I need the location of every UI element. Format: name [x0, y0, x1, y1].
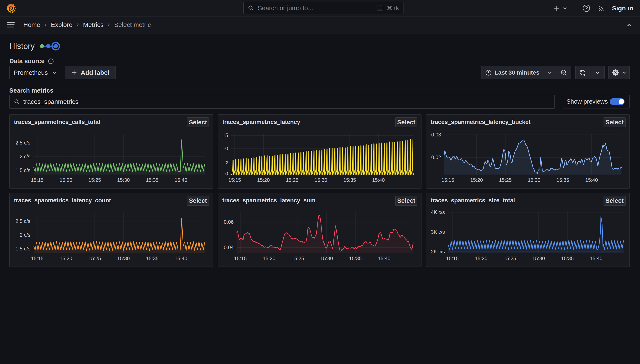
svg-text:15: 15: [222, 132, 228, 138]
svg-text:2.5 c/s: 2.5 c/s: [16, 218, 30, 224]
svg-text:15:15: 15:15: [31, 177, 44, 183]
svg-text:15:15: 15:15: [442, 177, 454, 183]
svg-text:15:35: 15:35: [343, 177, 356, 183]
svg-text:0.04: 0.04: [224, 244, 234, 250]
svg-text:15:15: 15:15: [446, 256, 459, 261]
svg-text:10: 10: [222, 146, 228, 151]
svg-text:15:40: 15:40: [174, 256, 187, 261]
svg-text:15:35: 15:35: [556, 177, 569, 183]
svg-text:15:35: 15:35: [561, 256, 574, 261]
svg-text:1.5 c/s: 1.5 c/s: [16, 168, 30, 173]
svg-text:0.06: 0.06: [224, 219, 234, 225]
svg-text:15:20: 15:20: [475, 256, 488, 261]
svg-text:15:20: 15:20: [257, 177, 270, 183]
svg-text:5: 5: [225, 159, 228, 165]
svg-text:15:25: 15:25: [504, 256, 516, 261]
svg-text:15:40: 15:40: [585, 177, 598, 183]
svg-text:15:40: 15:40: [174, 177, 187, 183]
svg-text:15:20: 15:20: [60, 177, 72, 183]
svg-text:2 c/s: 2 c/s: [20, 232, 30, 238]
svg-text:2 c/s: 2 c/s: [20, 154, 30, 159]
svg-text:15:25: 15:25: [292, 256, 304, 261]
svg-text:15:30: 15:30: [528, 177, 540, 183]
svg-text:15:40: 15:40: [372, 177, 385, 183]
svg-text:15:15: 15:15: [234, 256, 247, 261]
svg-text:15:30: 15:30: [117, 256, 130, 261]
svg-text:15:25: 15:25: [499, 177, 512, 183]
svg-text:2K c/s: 2K c/s: [431, 249, 445, 254]
svg-text:0.03: 0.03: [431, 132, 441, 138]
svg-text:0: 0: [225, 171, 228, 176]
svg-text:15:15: 15:15: [31, 256, 44, 261]
svg-text:15:20: 15:20: [470, 177, 483, 183]
svg-text:15:30: 15:30: [532, 256, 545, 261]
svg-text:15:35: 15:35: [349, 256, 362, 261]
svg-text:15:25: 15:25: [88, 256, 101, 261]
svg-text:15:40: 15:40: [590, 256, 602, 261]
svg-text:1.5 c/s: 1.5 c/s: [16, 246, 30, 252]
svg-text:15:30: 15:30: [320, 256, 333, 261]
svg-text:15:15: 15:15: [228, 177, 241, 183]
svg-text:15:25: 15:25: [286, 177, 298, 183]
svg-text:15:40: 15:40: [378, 256, 390, 261]
svg-text:3K c/s: 3K c/s: [431, 229, 445, 235]
svg-text:15:35: 15:35: [146, 177, 158, 183]
svg-text:0.02: 0.02: [431, 154, 441, 160]
svg-text:15:20: 15:20: [263, 256, 276, 261]
svg-text:15:30: 15:30: [315, 177, 328, 183]
svg-text:15:35: 15:35: [146, 256, 158, 261]
svg-text:15:30: 15:30: [117, 177, 130, 183]
svg-text:2.5 c/s: 2.5 c/s: [16, 140, 30, 146]
svg-text:15:25: 15:25: [88, 177, 101, 183]
svg-text:15:20: 15:20: [60, 256, 72, 261]
svg-text:4K c/s: 4K c/s: [431, 209, 445, 215]
